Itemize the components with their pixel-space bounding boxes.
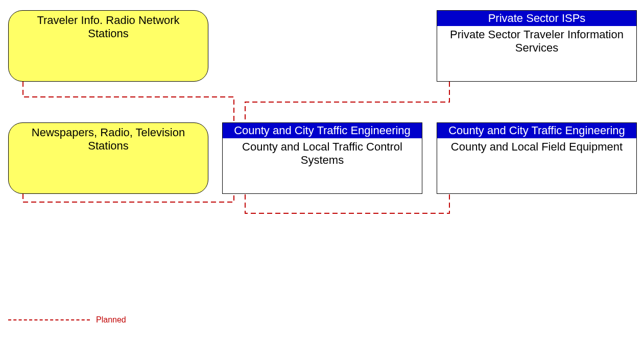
node-traveler-radio[interactable]: Traveler Info. Radio Network Stations	[8, 10, 208, 82]
legend-line-planned	[8, 319, 90, 320]
node-private-isps-header: Private Sector ISPs	[437, 11, 636, 26]
legend: Planned	[8, 315, 126, 325]
node-field-equipment-header: County and City Traffic Engineering	[437, 123, 636, 138]
node-traffic-control[interactable]: County and City Traffic Engineering Coun…	[222, 122, 422, 194]
node-traveler-radio-label: Traveler Info. Radio Network Stations	[9, 11, 208, 43]
legend-label-planned: Planned	[96, 315, 126, 325]
node-newspapers[interactable]: Newspapers, Radio, Television Stations	[8, 122, 208, 194]
node-private-isps[interactable]: Private Sector ISPs Private Sector Trave…	[437, 10, 637, 82]
node-traffic-control-body: County and Local Traffic Control Systems	[223, 138, 422, 169]
node-traffic-control-header: County and City Traffic Engineering	[223, 123, 422, 138]
node-field-equipment-body: County and Local Field Equipment	[437, 138, 636, 156]
node-newspapers-label: Newspapers, Radio, Television Stations	[9, 123, 208, 156]
architecture-diagram: Traveler Info. Radio Network Stations Ne…	[0, 0, 644, 348]
node-private-isps-body: Private Sector Traveler Information Serv…	[437, 26, 636, 57]
node-field-equipment[interactable]: County and City Traffic Engineering Coun…	[437, 122, 637, 194]
